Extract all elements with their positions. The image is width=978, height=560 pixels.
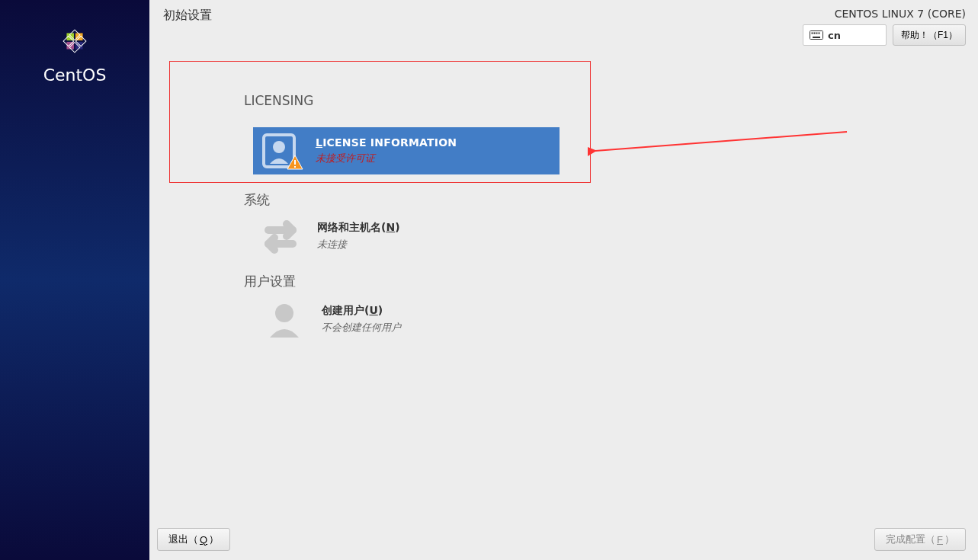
system-section-title: 系统 bbox=[244, 191, 958, 209]
network-hostname-item[interactable]: 网络和主机名(N) 未连接 bbox=[261, 218, 958, 254]
content: LICENSING LICENSE INFORMATION bbox=[149, 46, 978, 528]
centos-icon bbox=[56, 23, 93, 59]
svg-rect-13 bbox=[813, 37, 820, 38]
warning-icon bbox=[287, 155, 303, 170]
user-item-title: 创建用户(U) bbox=[322, 304, 401, 318]
svg-point-19 bbox=[275, 304, 293, 322]
help-button[interactable]: 帮助！（F1） bbox=[893, 24, 966, 46]
os-name: CENTOS LINUX 7 (CORE) bbox=[835, 8, 966, 20]
svg-rect-18 bbox=[294, 166, 296, 168]
svg-rect-12 bbox=[818, 33, 819, 34]
create-user-item[interactable]: 创建用户(U) 不会创建任何用户 bbox=[267, 301, 958, 338]
topbar: 初始设置 CENTOS LINUX 7 (CORE) cn 帮助！（F1） bbox=[149, 0, 978, 46]
user-section: 用户设置 创建用户(U) 不会创建任何用户 bbox=[169, 273, 958, 338]
keyboard-icon bbox=[810, 30, 823, 40]
svg-point-16 bbox=[273, 141, 285, 153]
svg-rect-11 bbox=[816, 33, 817, 34]
topright-row: cn 帮助！（F1） bbox=[803, 24, 966, 46]
finish-configuration-button[interactable]: 完成配置（F） bbox=[874, 528, 966, 551]
page-title: 初始设置 bbox=[163, 8, 212, 24]
highlight-box bbox=[169, 61, 591, 183]
network-icon bbox=[261, 218, 300, 254]
centos-logo-text: CentOS bbox=[43, 66, 107, 85]
footer: 退出（Q） 完成配置（F） bbox=[149, 528, 978, 560]
main-area: 初始设置 CENTOS LINUX 7 (CORE) cn 帮助！（F1） bbox=[149, 0, 978, 560]
svg-rect-9 bbox=[811, 33, 813, 34]
keyboard-layout-label: cn bbox=[828, 30, 841, 41]
help-button-label: 帮助！（F1） bbox=[901, 29, 957, 42]
network-item-title: 网络和主机名(N) bbox=[317, 221, 400, 235]
svg-rect-10 bbox=[813, 33, 815, 34]
user-section-title: 用户设置 bbox=[244, 273, 958, 290]
user-item-labels: 创建用户(U) 不会创建任何用户 bbox=[322, 304, 401, 334]
system-section: 系统 网络和主机名(N) 未连接 bbox=[169, 191, 958, 254]
user-item-subtitle: 不会创建任何用户 bbox=[322, 321, 401, 334]
keyboard-indicator[interactable]: cn bbox=[803, 24, 887, 46]
user-icon bbox=[267, 301, 302, 338]
network-item-subtitle: 未连接 bbox=[317, 238, 400, 251]
sidebar: CentOS bbox=[0, 0, 149, 560]
centos-logo: CentOS bbox=[43, 23, 107, 85]
quit-button[interactable]: 退出（Q） bbox=[157, 528, 230, 551]
svg-rect-17 bbox=[294, 160, 296, 165]
topright: CENTOS LINUX 7 (CORE) cn 帮助！（F1） bbox=[803, 8, 966, 46]
network-item-labels: 网络和主机名(N) 未连接 bbox=[317, 221, 400, 251]
license-icon bbox=[261, 133, 302, 168]
